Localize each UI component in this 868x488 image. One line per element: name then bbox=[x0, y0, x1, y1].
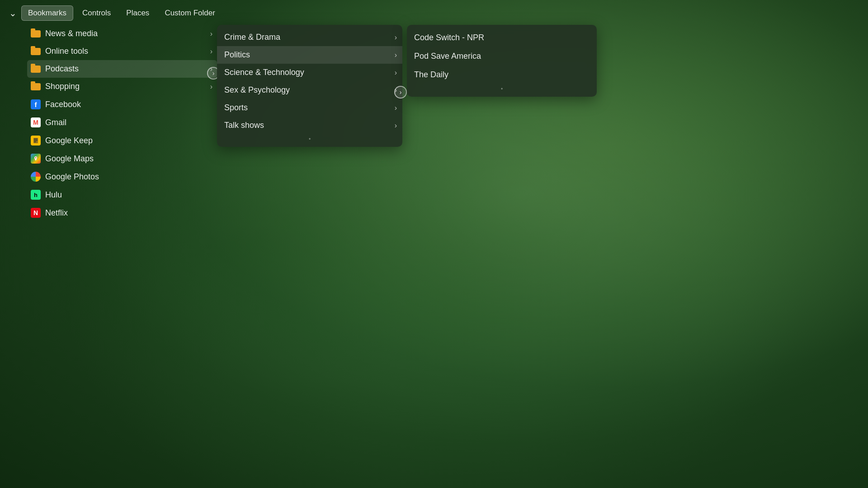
submenu-item-sports[interactable]: Sports › bbox=[217, 99, 402, 117]
svg-rect-2 bbox=[34, 140, 38, 141]
bookmark-label: Online tools bbox=[45, 47, 88, 56]
podcasts-submenu: Crime & Drama › Politics › Science & Tec… bbox=[217, 25, 402, 147]
chevron-right-icon: › bbox=[395, 122, 397, 130]
bookmark-item-podcasts[interactable]: Podcasts › bbox=[27, 60, 217, 78]
bookmark-label: Netflix bbox=[45, 208, 68, 218]
politics-open-indicator: › bbox=[394, 86, 407, 99]
svg-rect-1 bbox=[34, 139, 38, 140]
bookmark-item-facebook[interactable]: f Facebook bbox=[27, 95, 217, 113]
chevron-right-icon: › bbox=[210, 30, 212, 38]
submenu-label: Politics bbox=[224, 50, 250, 60]
bookmark-item-shopping[interactable]: Shopping › bbox=[27, 78, 217, 95]
submenu-item-sex-psychology[interactable]: Sex & Psychology › bbox=[217, 81, 402, 99]
sub-submenu-item-pod-save-america[interactable]: Pod Save America bbox=[407, 47, 597, 66]
hulu-icon: h bbox=[31, 190, 41, 200]
chevron-right-icon: › bbox=[210, 47, 212, 56]
folder-icon bbox=[31, 66, 41, 73]
submenu-label: Talk shows bbox=[224, 121, 264, 130]
chevron-right-icon: › bbox=[210, 83, 212, 91]
politics-submenu: Code Switch - NPR Pod Save America The D… bbox=[407, 25, 597, 97]
sub-submenu-item-the-daily[interactable]: The Daily bbox=[407, 66, 597, 84]
menubar: ⌄ Bookmarks Controls Places Custom Folde… bbox=[0, 0, 868, 26]
chevron-right-icon: › bbox=[395, 69, 397, 77]
submenu-label: Science & Technology bbox=[224, 68, 304, 77]
bookmark-label: Facebook bbox=[45, 100, 81, 109]
bookmark-item-hulu[interactable]: h Hulu bbox=[27, 186, 217, 204]
bookmark-item-google-keep[interactable]: Google Keep bbox=[27, 131, 217, 150]
bookmark-item-google-photos[interactable]: Google Photos bbox=[27, 168, 217, 186]
folder-icon bbox=[31, 48, 41, 55]
submenu-item-talk-shows[interactable]: Talk shows › bbox=[217, 117, 402, 134]
menubar-item-places[interactable]: Places bbox=[120, 6, 156, 20]
photos-icon bbox=[31, 172, 41, 182]
submenu-label: Crime & Drama bbox=[224, 33, 280, 42]
bookmark-item-google-maps[interactable]: Google Maps bbox=[27, 150, 217, 168]
bookmark-label: Podcasts bbox=[45, 64, 79, 74]
sub-submenu-label: The Daily bbox=[414, 70, 448, 80]
chevron-right-icon: › bbox=[395, 33, 397, 42]
submenu-item-politics[interactable]: Politics › bbox=[217, 46, 402, 64]
bookmark-label: News & media bbox=[45, 29, 98, 38]
folder-icon bbox=[31, 83, 41, 90]
bookmark-label: Google Photos bbox=[45, 172, 99, 182]
bookmark-label: Google Keep bbox=[45, 136, 93, 145]
bookmark-label: Google Maps bbox=[45, 154, 94, 164]
submenu-item-science-technology[interactable]: Science & Technology › bbox=[217, 64, 402, 81]
bookmark-item-news-media[interactable]: News & media › bbox=[27, 25, 217, 42]
bookmark-label: Gmail bbox=[45, 118, 66, 127]
menubar-item-controls[interactable]: Controls bbox=[76, 6, 117, 20]
gmail-icon: M bbox=[31, 117, 41, 127]
bookmark-label: Hulu bbox=[45, 190, 62, 200]
folder-icon bbox=[31, 30, 41, 38]
sub-submenu-label: Code Switch - NPR bbox=[414, 33, 484, 42]
svg-rect-3 bbox=[34, 141, 36, 142]
facebook-icon: f bbox=[31, 99, 41, 109]
scroll-indicator bbox=[217, 134, 402, 143]
keep-icon bbox=[31, 136, 41, 145]
chevron-right-icon: › bbox=[395, 51, 397, 59]
menubar-item-bookmarks[interactable]: Bookmarks bbox=[21, 5, 73, 21]
maps-icon bbox=[31, 154, 41, 164]
scroll-indicator bbox=[407, 84, 597, 93]
menubar-chevron-down[interactable]: ⌄ bbox=[9, 8, 17, 19]
menubar-item-custom-folder[interactable]: Custom Folder bbox=[158, 6, 221, 20]
netflix-icon: N bbox=[31, 208, 41, 218]
submenu-label: Sports bbox=[224, 103, 248, 113]
bookmark-item-gmail[interactable]: M Gmail bbox=[27, 113, 217, 131]
chevron-right-icon: › bbox=[395, 104, 397, 112]
bookmark-item-online-tools[interactable]: Online tools › bbox=[27, 42, 217, 60]
sub-submenu-item-code-switch[interactable]: Code Switch - NPR bbox=[407, 28, 597, 47]
submenu-item-crime-drama[interactable]: Crime & Drama › bbox=[217, 28, 402, 46]
submenu-label: Sex & Psychology bbox=[224, 85, 290, 95]
sub-submenu-label: Pod Save America bbox=[414, 52, 481, 61]
bookmark-item-netflix[interactable]: N Netflix bbox=[27, 204, 217, 222]
bookmark-panel: News & media › Online tools › Podcasts ›… bbox=[27, 25, 217, 222]
svg-point-4 bbox=[35, 157, 36, 158]
bookmark-label: Shopping bbox=[45, 82, 80, 91]
